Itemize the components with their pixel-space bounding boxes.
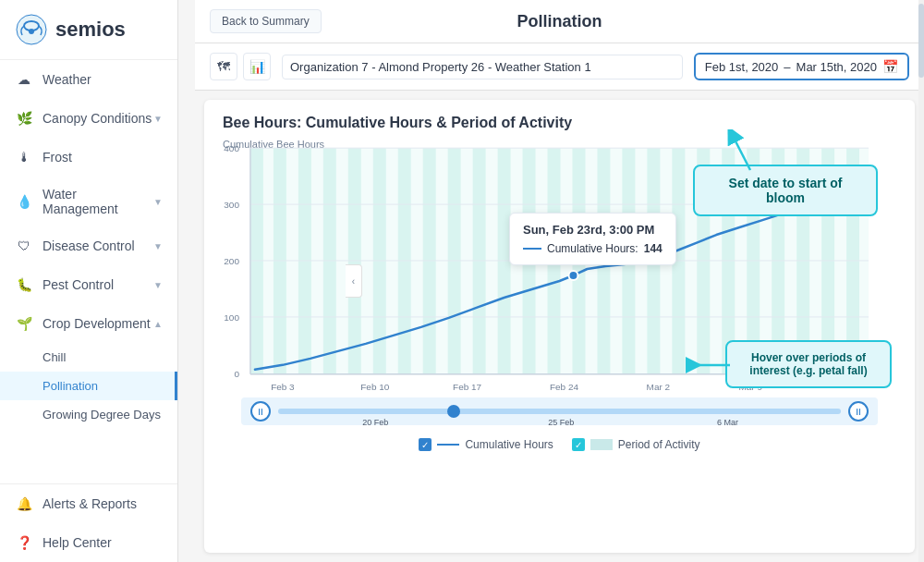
timeline-bar: ⏸ 20 Feb 25 Feb 6 Mar ⏸ — [241, 397, 878, 425]
sidebar-item-pest[interactable]: 🐛 Pest Control ▼ — [0, 265, 177, 304]
svg-text:400: 400 — [224, 143, 239, 153]
date-start: Feb 1st, 2020 — [705, 60, 779, 74]
chevron-up-icon-crop: ▲ — [153, 319, 163, 329]
sidebar-item-help[interactable]: ❓ Help Center — [0, 523, 177, 562]
tooltip-label: Cumulative Hours: — [547, 242, 638, 255]
timeline-pause-right[interactable]: ⏸ — [848, 401, 869, 422]
svg-rect-5 — [250, 148, 263, 374]
chart-view-button[interactable]: 📊 — [243, 53, 271, 80]
legend-period-bar — [590, 439, 613, 450]
arrow-hover-svg — [686, 351, 732, 379]
sidebar-item-water-label: Water Management — [43, 187, 153, 216]
semios-logo-icon — [15, 13, 48, 46]
sidebar-subitem-growing[interactable]: Growing Degree Days — [0, 400, 177, 429]
sidebar-item-frost[interactable]: 🌡 Frost — [0, 138, 177, 177]
leaf-icon: 🌿 — [15, 109, 33, 128]
svg-rect-14 — [473, 148, 486, 374]
sidebar-item-alerts-label: Alerts & Reports — [43, 496, 137, 511]
back-to-summary-button[interactable]: Back to Summary — [210, 9, 322, 33]
chevron-down-icon-pest: ▼ — [153, 280, 163, 290]
bug-icon: 🐛 — [15, 275, 33, 294]
bell-icon: 🔔 — [15, 495, 33, 513]
timeline-track[interactable]: 20 Feb 25 Feb 6 Mar — [278, 409, 841, 414]
sidebar-collapse-button[interactable]: ‹ — [346, 264, 362, 298]
scrollbar[interactable] — [918, 0, 924, 562]
sidebar-subitem-chill-label: Chill — [43, 350, 66, 364]
svg-point-2 — [29, 29, 34, 34]
sidebar-item-help-label: Help Center — [43, 535, 112, 550]
chart-tooltip: Sun, Feb 23rd, 3:00 PM Cumulative Hours:… — [509, 213, 676, 265]
timeline-thumb[interactable] — [447, 405, 460, 418]
sidebar-item-weather[interactable]: ☁ Weather — [0, 60, 177, 99]
sidebar-item-crop-label: Crop Development — [43, 316, 151, 331]
svg-rect-9 — [348, 148, 361, 374]
chart-body: Cumulative Bee Hours — [204, 139, 915, 553]
legend-cumulative-check[interactable]: ✓ — [419, 438, 432, 451]
sidebar-subitem-pollination[interactable]: Pollination — [0, 372, 177, 400]
svg-line-49 — [732, 134, 750, 170]
thermometer-icon: 🌡 — [15, 148, 33, 166]
svg-text:300: 300 — [224, 200, 239, 210]
callout-hover: Hover over periods of interest (e.g. pet… — [725, 340, 892, 388]
scroll-thumb[interactable] — [918, 4, 924, 78]
question-icon: ❓ — [15, 533, 33, 552]
calendar-icon: 📅 — [882, 59, 898, 74]
legend-cumulative-line — [437, 444, 459, 446]
svg-text:Feb 10: Feb 10 — [360, 382, 389, 392]
tooltip-title: Sun, Feb 23rd, 3:00 PM — [523, 223, 663, 237]
timeline-label-1: 20 Feb — [362, 418, 388, 427]
sidebar-item-alerts[interactable]: 🔔 Alerts & Reports — [0, 484, 177, 523]
timeline-pause-left[interactable]: ⏸ — [250, 401, 271, 422]
legend-period-check[interactable]: ✓ — [572, 438, 585, 451]
logo: semios — [0, 0, 177, 60]
arrow-bloom-svg — [723, 129, 778, 171]
sidebar-item-crop[interactable]: 🌱 Crop Development ▲ — [0, 304, 177, 343]
svg-text:200: 200 — [224, 256, 239, 266]
svg-text:0: 0 — [234, 369, 239, 379]
sprout-icon: 🌱 — [15, 314, 33, 333]
svg-text:Feb 3: Feb 3 — [271, 382, 295, 392]
shield-icon: 🛡 — [15, 237, 33, 255]
tooltip-line-indicator — [523, 248, 541, 250]
droplet-icon: 💧 — [15, 192, 33, 211]
page-title: Pollination — [517, 12, 602, 31]
chevron-down-icon-disease: ▼ — [153, 241, 163, 251]
callout-bloom-text: Set date to start of bloom — [729, 176, 843, 205]
sidebar-item-weather-label: Weather — [43, 72, 91, 87]
sidebar-item-disease[interactable]: 🛡 Disease Control ▼ — [0, 226, 177, 265]
legend-cumulative-label: Cumulative Hours — [465, 438, 553, 451]
sidebar-item-canopy[interactable]: 🌿 Canopy Conditions ▼ — [0, 99, 177, 138]
svg-rect-8 — [323, 148, 336, 374]
legend-period-label: Period of Activity — [618, 438, 700, 451]
timeline-label-3: 6 Mar — [717, 418, 738, 427]
filterbar: 🗺 📊 Organization 7 - Almond Property 26 … — [195, 43, 924, 91]
topbar-left: Back to Summary — [210, 9, 322, 33]
station-selector[interactable]: Organization 7 - Almond Property 26 - We… — [282, 55, 683, 79]
svg-text:100: 100 — [224, 312, 239, 323]
svg-point-46 — [568, 271, 578, 280]
date-separator: – — [784, 60, 790, 74]
sidebar-item-water[interactable]: 💧 Water Management ▼ — [0, 177, 177, 226]
map-view-button[interactable]: 🗺 — [210, 53, 237, 80]
cloud-icon: ☁ — [15, 70, 33, 89]
svg-rect-11 — [398, 148, 411, 374]
chart-svg-container: 400 300 200 100 0 Feb 3 Feb 10 Feb 17 Fe… — [223, 139, 896, 397]
main-content: Back to Summary Pollination 🗺 📊 Organiza… — [195, 0, 924, 562]
chevron-down-icon: ▼ — [153, 114, 163, 124]
sidebar: semios ☁ Weather 🌿 Canopy Conditions ▼ 🌡… — [0, 0, 178, 562]
sidebar-item-canopy-label: Canopy Conditions — [43, 111, 152, 126]
legend-cumulative: ✓ Cumulative Hours — [419, 438, 553, 451]
date-range-picker[interactable]: Feb 1st, 2020 – Mar 15th, 2020 📅 — [694, 53, 909, 80]
svg-rect-13 — [448, 148, 461, 374]
tooltip-value: 144 — [644, 242, 663, 255]
chart-legend: ✓ Cumulative Hours ✓ Period of Activity — [223, 433, 896, 460]
topbar: Back to Summary Pollination — [195, 0, 924, 43]
sidebar-subitem-growing-label: Growing Degree Days — [43, 408, 161, 422]
chart-area: Bee Hours: Cumulative Hours & Period of … — [204, 100, 915, 553]
callout-bloom: Set date to start of bloom — [693, 165, 878, 216]
logo-text: semios — [55, 18, 126, 42]
svg-rect-12 — [423, 148, 436, 374]
chevron-down-icon-water: ▼ — [153, 197, 163, 207]
sidebar-subitem-chill[interactable]: Chill — [0, 343, 177, 372]
sidebar-item-disease-label: Disease Control — [43, 238, 135, 253]
